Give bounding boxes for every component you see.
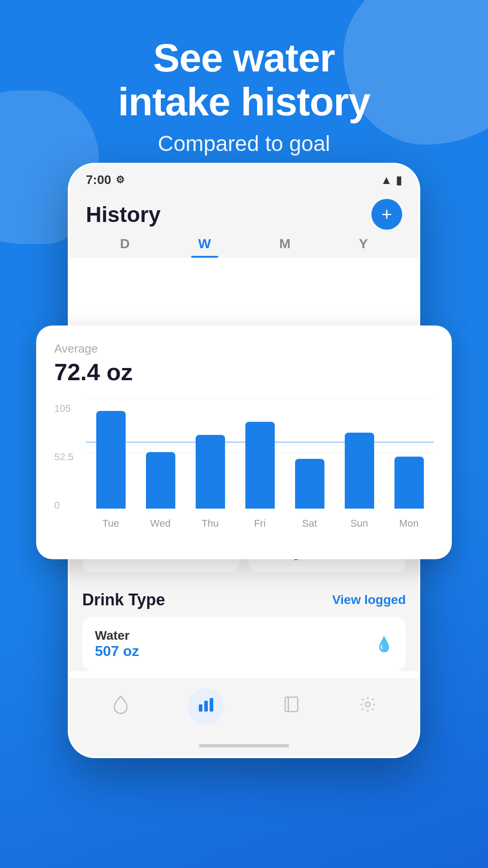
bar-thu [196,435,225,509]
y-label-bottom: 0 [54,500,74,511]
background: See water intake history Compared to goa… [0,0,488,868]
bar-sat-rect [295,459,324,509]
bar-thu-rect [196,435,225,509]
header-section: See water intake history Compared to goa… [0,0,488,156]
tab-year[interactable]: Y [359,236,368,258]
drink-amount: 507 oz [95,643,139,660]
x-label-sun: Sun [334,518,384,529]
nav-item-history[interactable] [188,688,224,724]
app-header: History + [70,192,418,230]
x-label-mon: Mon [384,518,434,529]
chart-average-value: 72.4 oz [54,359,434,386]
nav-book-icon [282,695,300,717]
bars-row [86,400,434,509]
x-label-fri: Fri [235,518,285,529]
chart-average-label: Average [54,342,434,356]
bar-wed [146,452,175,509]
bar-sun-rect [345,433,374,509]
bar-fri-rect [245,422,275,509]
x-label-wed: Wed [136,518,185,529]
bar-fri [245,422,275,509]
bar-tue-rect [96,411,126,509]
nav-item-book[interactable] [282,695,300,717]
svg-point-5 [366,702,370,707]
svg-rect-2 [210,698,213,712]
status-icons: ▲ ▮ [380,173,402,187]
nav-item-water[interactable] [112,694,130,718]
drink-type-header: Drink Type View logged [82,590,406,609]
chart-card: Average 72.4 oz 105 52.5 0 [36,326,452,559]
add-button[interactable]: + [371,199,402,230]
nav-gear-icon [359,695,377,717]
bar-sun [345,433,374,509]
bar-tue [96,411,126,509]
x-labels: Tue Wed Thu Fri Sat Sun Mon [86,518,434,529]
svg-rect-1 [204,701,208,712]
tab-month[interactable]: M [279,236,291,258]
bottom-nav [70,679,418,738]
x-label-tue: Tue [86,518,136,529]
drink-name: Water [95,628,139,643]
page-subtitle: Compared to goal [0,131,488,156]
x-label-thu: Thu [185,518,235,529]
svg-rect-0 [199,704,202,712]
bar-wed-rect [146,452,175,509]
home-indicator [70,738,418,756]
tab-week[interactable]: W [198,236,211,258]
water-drop-icon: 💧 [375,636,393,653]
home-bar [199,744,289,747]
drink-item-water: Water 507 oz 💧 [82,617,406,671]
bar-sat [295,459,324,509]
tab-bar: D W M Y [70,230,418,258]
tab-day[interactable]: D [120,236,130,258]
drink-type-title: Drink Type [82,590,165,609]
status-bar: 7:00 ⚙ ▲ ▮ [70,165,418,192]
chart-area: 105 52.5 0 [54,398,434,543]
app-title: History [86,202,160,227]
x-label-sat: Sat [285,518,334,529]
drink-type-section: Drink Type View logged Water 507 oz 💧 [70,590,418,671]
view-logged-button[interactable]: View logged [332,593,406,607]
y-label-mid: 52.5 [54,451,74,463]
bar-mon [394,457,424,509]
page-title: See water intake history [0,36,488,124]
drink-item-info: Water 507 oz [95,628,139,660]
status-time: 7:00 ⚙ [86,173,125,187]
svg-rect-3 [285,697,298,712]
nav-water-icon [112,694,130,718]
bar-mon-rect [394,457,424,509]
nav-chart-icon [197,695,215,717]
y-label-top: 105 [54,403,74,415]
bars-area: Tue Wed Thu Fri Sat Sun Mon [86,398,434,529]
nav-item-settings[interactable] [359,695,377,717]
battery-icon: ▮ [396,173,402,187]
nav-active-background [188,688,224,724]
wifi-icon: ▲ [380,173,392,187]
